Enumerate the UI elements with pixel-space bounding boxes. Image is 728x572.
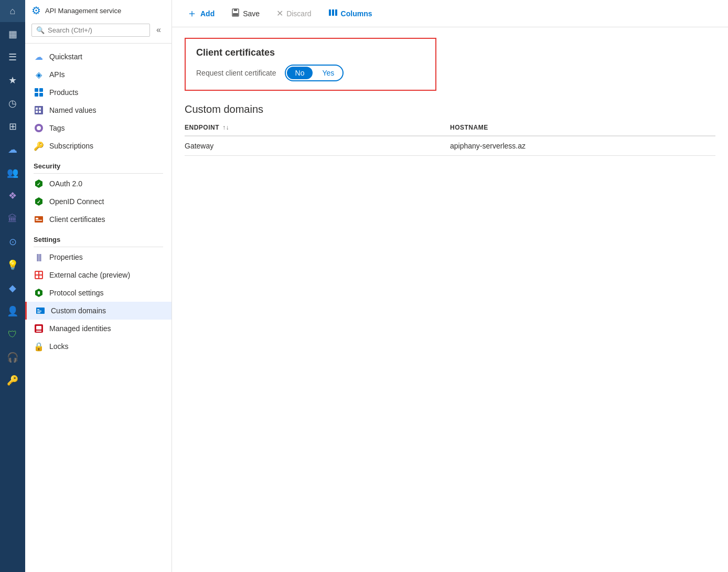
sidebar: ⚙ API Management service 🔍 « ☁ Quickstar…	[25, 0, 172, 572]
svg-rect-24	[37, 311, 41, 312]
svg-rect-2	[35, 93, 38, 97]
security-divider	[34, 173, 163, 174]
shield-green-icon[interactable]: 🛡	[0, 323, 25, 345]
settings-section-header: Settings	[25, 228, 172, 246]
sidebar-item-client-certificates[interactable]: Client certificates	[25, 210, 172, 228]
sort-icon[interactable]: ↑↓	[222, 124, 229, 131]
columns-button[interactable]: Columns	[324, 6, 377, 21]
sidebar-item-subscriptions[interactable]: 🔑 Subscriptions	[25, 137, 172, 155]
protocol-settings-icon	[34, 288, 44, 298]
discard-button[interactable]: ✕ Discard	[272, 6, 315, 20]
svg-rect-3	[39, 93, 43, 97]
svg-rect-7	[36, 111, 38, 113]
sidebar-item-label: Locks	[49, 342, 69, 351]
svg-rect-31	[233, 13, 238, 16]
sidebar-item-oauth2[interactable]: ✓ OAuth 2.0	[25, 175, 172, 193]
sidebar-item-label: Custom domains	[51, 306, 106, 315]
client-certificates-box: Client certificates Request client certi…	[185, 38, 436, 91]
subscriptions-icon: 🔑	[34, 141, 44, 151]
svg-rect-6	[39, 108, 41, 110]
sidebar-item-label: Named values	[49, 106, 97, 114]
database-icon[interactable]: 🏛	[0, 208, 25, 230]
toggle-no[interactable]: No	[287, 67, 313, 79]
sidebar-item-properties[interactable]: ||| Properties	[25, 248, 172, 266]
sidebar-item-label: OpenID Connect	[49, 197, 104, 206]
cloud-icon[interactable]: ☁	[0, 139, 25, 161]
favorites-icon[interactable]: ★	[0, 69, 25, 91]
search-input[interactable]	[48, 26, 145, 34]
client-cert-row: Request client certificate No Yes	[196, 65, 425, 81]
table-header: ENDPOINT ↑↓ HOSTNAME	[185, 124, 715, 136]
sidebar-item-label: APIs	[49, 70, 65, 79]
icon-bar: ⌂ ▦ ☰ ★ ◷ ⊞ ☁ 👥 ❖ 🏛 ⊙ 💡 ◆ 👤 🛡 🎧 🔑	[0, 0, 25, 572]
sidebar-collapse-button[interactable]: «	[152, 21, 165, 39]
custom-domains-title: Custom domains	[185, 103, 715, 115]
toolbar: ＋ Add Save ✕ Discard	[172, 0, 728, 27]
sidebar-item-label: Managed identities	[49, 324, 111, 333]
sidebar-item-label: Products	[49, 88, 78, 97]
cell-hostname: apiphany-serverless.az	[450, 142, 715, 150]
add-icon: ＋	[187, 6, 197, 20]
columns-icon	[328, 8, 338, 19]
diamond-icon[interactable]: ◆	[0, 277, 25, 299]
sidebar-item-quickstart[interactable]: ☁ Quickstart	[25, 48, 172, 66]
settings-divider	[34, 247, 163, 247]
svg-rect-8	[39, 111, 41, 113]
sidebar-item-tags[interactable]: Tags	[25, 119, 172, 137]
headset-icon[interactable]: 🎧	[0, 346, 25, 368]
sidebar-nav: ☁ Quickstart ◈ APIs Products	[25, 44, 172, 572]
custom-domains-icon	[35, 305, 46, 316]
sidebar-item-managed-identities[interactable]: Managed identities	[25, 320, 172, 337]
named-values-icon	[34, 105, 44, 115]
client-cert-toggle[interactable]: No Yes	[285, 65, 344, 81]
sidebar-header: ⚙ API Management service 🔍 «	[25, 0, 172, 44]
main-content: ＋ Add Save ✕ Discard	[172, 0, 728, 572]
properties-icon: |||	[34, 252, 44, 262]
sidebar-item-apis[interactable]: ◈ APIs	[25, 66, 172, 83]
list-icon[interactable]: ☰	[0, 46, 25, 68]
home-icon[interactable]: ⌂	[0, 0, 25, 22]
svg-rect-25	[37, 312, 40, 313]
client-cert-label: Request client certificate	[196, 69, 276, 77]
sidebar-item-protocol-settings[interactable]: Protocol settings	[25, 284, 172, 302]
discard-icon: ✕	[276, 8, 283, 18]
history-icon[interactable]: ◷	[0, 92, 25, 114]
users-icon[interactable]: 👥	[0, 162, 25, 184]
custom-domains-section: Custom domains ENDPOINT ↑↓ HOSTNAME Gate…	[185, 103, 715, 156]
svg-rect-13	[35, 216, 43, 223]
sidebar-item-locks[interactable]: 🔒 Locks	[25, 337, 172, 355]
sidebar-item-label: Subscriptions	[49, 142, 93, 150]
tags-icon	[34, 123, 44, 133]
svg-rect-28	[36, 331, 41, 332]
lightbulb-icon[interactable]: 💡	[0, 254, 25, 276]
user-profile-icon[interactable]: 👤	[0, 300, 25, 322]
sidebar-item-custom-domains[interactable]: Custom domains	[25, 302, 172, 320]
svg-rect-14	[36, 218, 38, 219]
toggle-yes[interactable]: Yes	[314, 67, 342, 79]
sidebar-item-label: Tags	[49, 124, 65, 132]
sidebar-item-openid[interactable]: ✓ OpenID Connect	[25, 193, 172, 210]
sidebar-item-label: Client certificates	[49, 215, 105, 224]
hostname-column-header: HOSTNAME	[450, 124, 715, 131]
svg-rect-23	[37, 309, 39, 310]
svg-rect-30	[234, 9, 237, 11]
apps-icon[interactable]: ❖	[0, 185, 25, 207]
sidebar-item-products[interactable]: Products	[25, 83, 172, 101]
network-icon[interactable]: ⊙	[0, 231, 25, 253]
add-button[interactable]: ＋ Add	[183, 4, 219, 23]
app-title: API Management service	[45, 7, 121, 15]
grid-icon[interactable]: ⊞	[0, 115, 25, 137]
sidebar-item-named-values[interactable]: Named values	[25, 101, 172, 119]
locks-icon: 🔒	[34, 341, 44, 352]
save-button[interactable]: Save	[227, 6, 264, 21]
external-cache-icon	[34, 270, 44, 280]
svg-text:✓: ✓	[37, 199, 41, 205]
svg-rect-5	[36, 108, 38, 110]
sidebar-item-external-cache[interactable]: External cache (preview)	[25, 266, 172, 284]
dashboard-icon[interactable]: ▦	[0, 23, 25, 45]
key-icon[interactable]: 🔑	[0, 369, 25, 391]
sidebar-search-box[interactable]: 🔍	[31, 24, 150, 37]
openid-icon: ✓	[34, 196, 44, 207]
svg-rect-1	[39, 88, 43, 92]
quickstart-icon: ☁	[34, 51, 44, 62]
